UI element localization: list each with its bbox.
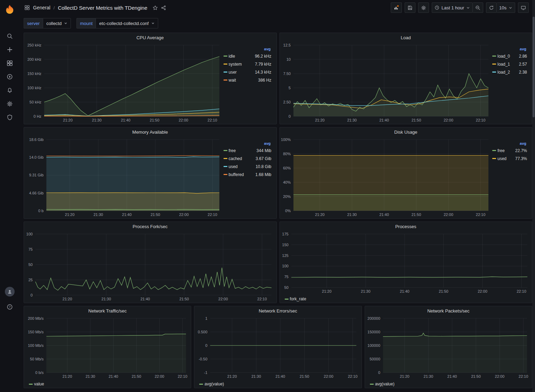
series-color-swatch [285, 299, 289, 300]
cycle-view-button[interactable] [518, 2, 529, 13]
svg-text:21:50: 21:50 [151, 212, 160, 217]
legend-avg-header[interactable]: avg [492, 141, 527, 145]
panel-title[interactable]: Network Errors/sec [194, 306, 361, 316]
breadcrumb-section[interactable]: General [33, 5, 50, 10]
legend-item[interactable]: load_22.38 [492, 68, 527, 76]
legend-item[interactable]: fork_rate [285, 295, 306, 302]
legend-avg-header[interactable]: avg [224, 141, 271, 145]
panel-title[interactable]: Process Fork/sec [24, 222, 276, 231]
legend-item[interactable]: free22.7% [492, 147, 527, 155]
grafana-logo[interactable] [4, 3, 16, 15]
processes-chart[interactable]: 507510012515017521:2021:3021:4021:5022:0… [281, 231, 531, 294]
dashboards-icon[interactable] [3, 56, 17, 70]
top-navbar: General / CollectD Server Metrics with T… [19, 0, 532, 15]
variable-server[interactable]: server collectd [24, 18, 71, 28]
legend-series-avg: 96.2 kHz [255, 54, 271, 59]
explore-icon[interactable] [3, 70, 17, 83]
process-fork-chart[interactable]: 025507510021:2021:3021:4021:5022:0022:10 [25, 231, 275, 302]
legend-item[interactable]: value [29, 381, 44, 387]
panel-title[interactable]: Processes [280, 222, 532, 231]
configuration-icon[interactable] [3, 97, 17, 110]
svg-text:22:10: 22:10 [476, 118, 485, 122]
svg-text:75: 75 [29, 247, 33, 251]
refresh-button[interactable] [486, 2, 497, 13]
svg-text:200 kHz: 200 kHz [27, 57, 41, 61]
share-icon[interactable] [161, 5, 166, 10]
star-icon[interactable] [153, 5, 158, 10]
search-icon[interactable] [3, 29, 17, 43]
svg-text:0.500: 0.500 [198, 330, 208, 334]
legend-item[interactable]: user14.3 kHz [224, 68, 271, 76]
legend-series-avg: 386 Hz [258, 78, 271, 83]
svg-text:0 b/s: 0 b/s [35, 370, 44, 375]
svg-text:21:30: 21:30 [361, 289, 371, 293]
series-color-swatch [492, 158, 496, 159]
legend-item[interactable]: load_12.57 [492, 60, 527, 68]
legend-item[interactable]: cached3.67 Gib [224, 155, 271, 162]
legend-item[interactable]: buffered1.68 Mib [224, 170, 271, 178]
panel-title[interactable]: Load [280, 33, 532, 42]
legend-item[interactable]: used10.8 Gib [224, 162, 271, 170]
svg-text:22:10: 22:10 [257, 297, 267, 301]
sidebar-nav [3, 29, 17, 124]
svg-text:60%: 60% [283, 166, 291, 170]
legend-series-name: fork_rate [290, 297, 306, 301]
panel-legend: value [24, 380, 191, 388]
panel-legend: avg(value) [194, 380, 361, 388]
panel-title[interactable]: Disk Usage [280, 127, 532, 137]
variable-mount[interactable]: mount etc-collectd-collectd.conf [76, 18, 158, 28]
panel-title[interactable]: CPU Average [24, 33, 276, 42]
svg-text:21:50: 21:50 [471, 374, 481, 378]
chart-svg: 02.5057.501012.521:2021:3021:4021:5022:0… [281, 42, 492, 123]
variable-value: etc-collectd-collectd.conf [99, 21, 148, 26]
time-picker-group: Last 1 hour [432, 2, 483, 13]
cpu-average-chart[interactable]: 0 Hz50 kHz100 kHz150 kHz200 kHz250 kHz21… [25, 42, 223, 123]
panel-title[interactable]: Memory Available [24, 127, 276, 137]
panel-title[interactable]: Network Traffic/sec [24, 306, 191, 316]
alerting-icon[interactable] [3, 83, 17, 97]
create-icon[interactable] [3, 43, 17, 56]
legend-series-avg: 3.67 Gib [256, 156, 271, 161]
legend-avg-header[interactable]: avg [224, 47, 271, 51]
network-traffic-chart[interactable]: 0 b/s50 Mb/s100 Mb/s150 Mb/s200 Mb/s21:2… [25, 316, 189, 380]
scrollbar-thumb[interactable] [533, 17, 535, 117]
svg-text:21:20: 21:20 [63, 374, 72, 378]
disk-usage-chart[interactable]: 0%20%40%60%80%100%21:2021:3021:4021:5022… [281, 137, 492, 218]
legend-item[interactable]: avg(value) [370, 381, 395, 387]
panel-network-packets: Network Packets/sec 05000010000015000020… [365, 306, 532, 388]
load-chart[interactable]: 02.5057.501012.521:2021:3021:4021:5022:0… [281, 42, 492, 123]
legend-item[interactable]: used77.3% [492, 155, 527, 162]
user-avatar[interactable] [5, 287, 15, 297]
time-range-button[interactable]: Last 1 hour [432, 2, 473, 13]
svg-text:0%: 0% [285, 209, 291, 213]
legend-series-avg: 7.79 kHz [255, 62, 271, 67]
breadcrumb-separator: / [54, 5, 55, 10]
legend-item[interactable]: avg(value) [199, 381, 224, 387]
svg-text:22:00: 22:00 [155, 374, 164, 378]
dashboard-settings-button[interactable] [418, 2, 429, 13]
network-packets-chart[interactable]: 05000010000015000020000021:2021:3021:402… [366, 316, 530, 380]
caret-down-icon [509, 6, 512, 10]
network-errors-chart[interactable]: -1-0.5000.500121:2021:3021:4021:5022:002… [196, 316, 360, 380]
legend-item[interactable]: system7.79 kHz [224, 60, 271, 68]
refresh-interval-button[interactable]: 10s [497, 2, 515, 13]
zoom-out-button[interactable] [473, 2, 483, 13]
server-admin-icon[interactable] [3, 110, 17, 124]
add-panel-button[interactable] [391, 2, 402, 13]
save-dashboard-button[interactable] [405, 2, 415, 13]
legend-item[interactable]: wait386 Hz [224, 76, 271, 84]
svg-text:22:10: 22:10 [208, 212, 217, 217]
legend-item[interactable]: idle96.2 kHz [224, 52, 271, 60]
memory-available-chart[interactable]: 0 b4.66 Gib9.31 Gib14.0 Gib18.6 Gib21:20… [25, 137, 223, 218]
legend-item[interactable]: free344 Mib [224, 147, 271, 155]
svg-text:21:40: 21:40 [379, 212, 389, 217]
legend-series-name: buffered [228, 172, 256, 177]
series-color-swatch [492, 72, 496, 73]
add-panel-icon [394, 5, 399, 10]
help-icon[interactable]: ? [3, 300, 17, 314]
panel-legend: avgload_02.86load_12.57load_22.38 [492, 42, 530, 123]
legend-item[interactable]: load_02.86 [492, 52, 527, 60]
panel-title[interactable]: Network Packets/sec [365, 306, 532, 316]
dashboard-title[interactable]: CollectD Server Metrics with TDengine [58, 5, 147, 11]
legend-avg-header[interactable]: avg [492, 47, 527, 51]
